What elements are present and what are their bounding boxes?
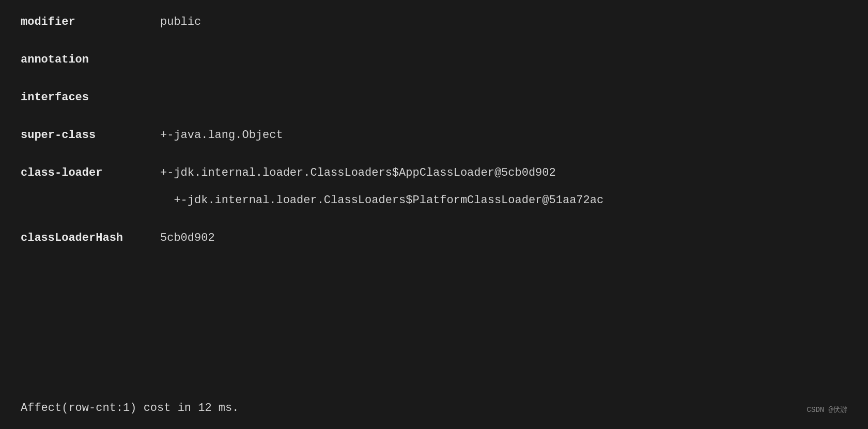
class-loader-value-1: +-jdk.internal.loader.ClassLoaders$AppCl… (160, 166, 603, 179)
class-loader-hash-value: 5cb0d902 (160, 232, 215, 244)
annotation-row: annotation (21, 53, 847, 66)
class-loader-row: class-loader +-jdk.internal.loader.Class… (21, 166, 847, 207)
modifier-value: public (160, 16, 201, 28)
interfaces-row: interfaces (21, 91, 847, 104)
interfaces-label: interfaces (21, 91, 160, 104)
super-class-row: super-class +-java.lang.Object (21, 129, 847, 142)
affect-line: Affect(row-cnt:1) cost in 12 ms. (21, 402, 239, 415)
class-loader-value-2: +-jdk.internal.loader.ClassLoaders$Platf… (160, 194, 603, 207)
annotation-label: annotation (21, 53, 160, 66)
class-loader-label: class-loader (21, 166, 160, 179)
watermark: CSDN @伏游 (807, 405, 847, 415)
modifier-row: modifier public (21, 16, 847, 28)
class-loader-hash-row: classLoaderHash 5cb0d902 (21, 232, 847, 244)
class-loader-values: +-jdk.internal.loader.ClassLoaders$AppCl… (160, 166, 603, 207)
main-content: modifier public annotation interfaces su… (0, 0, 868, 285)
super-class-label: super-class (21, 129, 160, 142)
class-loader-hash-label: classLoaderHash (21, 232, 160, 244)
modifier-label: modifier (21, 16, 160, 28)
super-class-value: +-java.lang.Object (160, 129, 283, 142)
